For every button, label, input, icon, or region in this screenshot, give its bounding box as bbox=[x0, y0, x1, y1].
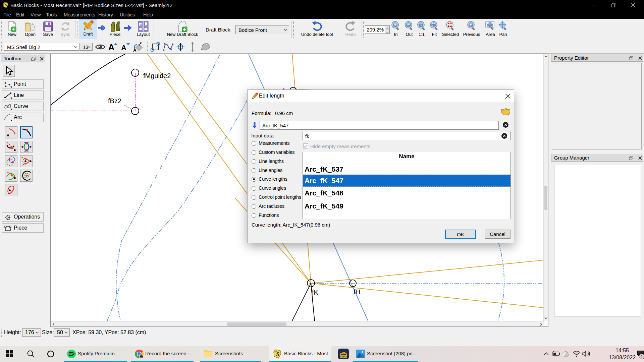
menu-utilities[interactable]: Utilities bbox=[120, 12, 135, 17]
toolbar-drag-handle[interactable] bbox=[1, 20, 2, 38]
radio-curve-lengths-selected[interactable] bbox=[252, 177, 256, 182]
dialog-titlebar[interactable]: Edit length bbox=[248, 90, 514, 102]
piece-mode-button[interactable]: Piece bbox=[106, 19, 124, 39]
draft-mode-button[interactable]: Draft bbox=[79, 19, 97, 39]
clear-formula-icon[interactable]: ✕ bbox=[503, 122, 508, 128]
start-button-icon[interactable] bbox=[6, 350, 13, 357]
zoom-pan-button[interactable]: Pan bbox=[497, 19, 509, 39]
redo-button[interactable]: Redo bbox=[341, 19, 360, 39]
menu-view[interactable]: View bbox=[31, 12, 41, 17]
clock-time[interactable]: 14:55 bbox=[611, 348, 633, 354]
minimize-button[interactable] bbox=[586, 0, 602, 10]
horizontal-scroll-thumb[interactable] bbox=[227, 322, 286, 326]
show-labels-eye-icon[interactable] bbox=[95, 43, 106, 51]
horizontal-scrollbar[interactable] bbox=[51, 321, 544, 326]
menu-history[interactable]: History bbox=[98, 12, 113, 17]
zoom-spin-down[interactable] bbox=[385, 30, 389, 34]
ok-button[interactable]: OK bbox=[445, 230, 476, 239]
menu-measurements[interactable]: Measurements bbox=[64, 12, 95, 17]
toolbox-category-line[interactable]: Line bbox=[2, 90, 44, 100]
close-panel-icon[interactable] bbox=[40, 57, 44, 61]
vertical-scroll-thumb[interactable] bbox=[544, 186, 547, 210]
scroll-left-arrow[interactable] bbox=[52, 322, 56, 327]
dialog-close-icon[interactable] bbox=[505, 93, 511, 99]
table-row-selected[interactable]: Arc_fK_547 bbox=[303, 175, 511, 187]
tool-arc-basic[interactable] bbox=[5, 126, 17, 138]
taskbar-item-seamlyme[interactable] bbox=[335, 346, 352, 362]
scroll-down-arrow[interactable] bbox=[544, 316, 548, 321]
save-button[interactable]: Save bbox=[40, 19, 56, 39]
wifi-icon[interactable] bbox=[573, 351, 580, 357]
snap-center-tool-icon[interactable] bbox=[175, 43, 185, 51]
scroll-right-arrow[interactable] bbox=[539, 322, 543, 327]
vertical-scrollbar[interactable] bbox=[543, 54, 548, 321]
curve-handles-tool-icon[interactable] bbox=[162, 42, 174, 52]
menu-edit[interactable]: Edit bbox=[16, 12, 24, 17]
toolbox-category-point[interactable]: Point bbox=[2, 79, 44, 89]
sync-button[interactable]: Sync bbox=[57, 19, 74, 39]
formula-input[interactable]: Arc_fK_547 bbox=[260, 121, 499, 130]
radio-arc-radiuses[interactable] bbox=[252, 204, 256, 209]
insert-variable-arrow-icon[interactable] bbox=[252, 122, 257, 129]
new-button[interactable]: New bbox=[4, 19, 20, 39]
radio-control-point-lengths[interactable] bbox=[252, 195, 256, 200]
tray-expand-chevron-icon[interactable] bbox=[543, 352, 549, 356]
draft-block-select[interactable]: Bodice Front bbox=[235, 25, 289, 34]
taskbar-item-spotify[interactable]: Spotify Premium bbox=[64, 346, 127, 362]
zoom-fit-button[interactable]: Fit bbox=[428, 19, 441, 39]
radio-line-angles[interactable] bbox=[252, 168, 256, 173]
tool-point-from-circle-tangent[interactable] bbox=[20, 155, 33, 167]
point-name-tool-icon[interactable]: A bbox=[132, 42, 144, 52]
cortana-icon[interactable] bbox=[47, 350, 54, 358]
toolbar-drag-handle[interactable] bbox=[158, 20, 160, 38]
taskbar-item-seamly2d-active[interactable]: S Basic Blocks - Most ... bbox=[269, 346, 331, 362]
onedrive-icon[interactable] bbox=[561, 351, 570, 357]
tool-intersect-circles[interactable] bbox=[5, 155, 17, 167]
taskbar-item-record-screen[interactable]: Record the screen -... bbox=[131, 346, 194, 362]
increase-label-font-icon[interactable]: A bbox=[108, 42, 118, 52]
font-size-select[interactable]: 13 bbox=[80, 43, 93, 51]
zoom-out-button[interactable]: Out bbox=[402, 19, 416, 39]
volume-icon[interactable] bbox=[582, 351, 590, 357]
open-button[interactable]: Open bbox=[22, 19, 39, 39]
height-select[interactable]: 176 bbox=[22, 328, 41, 337]
size-select[interactable]: 50 bbox=[54, 328, 70, 337]
taskbar-item-screenshot-208[interactable]: Screenshot (208).pn... bbox=[353, 346, 418, 362]
toolbox-category-curve[interactable]: Curve bbox=[2, 102, 44, 111]
zoom-spin-up[interactable] bbox=[385, 26, 389, 29]
tool-elliptical-arc[interactable] bbox=[5, 184, 17, 196]
scroll-up-arrow[interactable] bbox=[544, 55, 548, 60]
close-panel-icon[interactable] bbox=[638, 156, 642, 160]
zoom-1to1-button[interactable]: 1 1:1 bbox=[415, 19, 428, 39]
goto-formula-hand-icon[interactable] bbox=[501, 108, 510, 117]
menu-file[interactable]: File bbox=[3, 12, 11, 17]
font-select[interactable]: MS Shell Dlg 2 bbox=[4, 43, 79, 51]
zoom-area-button[interactable]: Area bbox=[483, 19, 498, 39]
search-icon[interactable] bbox=[27, 350, 35, 358]
radio-custom-variables[interactable] bbox=[252, 150, 256, 155]
restore-button[interactable] bbox=[606, 0, 621, 10]
toolbar-drag-handle[interactable] bbox=[147, 42, 148, 52]
table-row[interactable]: Arc_fK_549 bbox=[303, 200, 511, 212]
arrow-tool-button[interactable] bbox=[3, 65, 15, 77]
radio-measurements[interactable] bbox=[252, 141, 256, 146]
search-input[interactable]: fk bbox=[303, 132, 511, 140]
clear-search-icon[interactable]: ✕ bbox=[501, 133, 507, 139]
table-row[interactable]: Arc_fK_537 bbox=[303, 163, 511, 175]
decrease-label-font-icon[interactable]: A bbox=[120, 42, 130, 52]
new-draft-block-button[interactable]: New Draft Block bbox=[161, 19, 204, 39]
menu-tools[interactable]: Tools bbox=[46, 12, 57, 17]
zoom-selected-button[interactable]: Selected bbox=[441, 19, 460, 39]
radio-curve-angles[interactable] bbox=[252, 186, 256, 191]
cancel-button[interactable]: Cancel bbox=[485, 230, 511, 239]
clock-date[interactable]: 13/08/2022 bbox=[603, 355, 641, 361]
table-row[interactable]: Arc_fK_548 bbox=[303, 187, 511, 199]
battery-icon[interactable] bbox=[552, 351, 560, 356]
label-tag-tool-icon[interactable] bbox=[200, 43, 211, 51]
hide-empty-checkbox[interactable] bbox=[303, 143, 308, 148]
zoom-previous-button[interactable]: Previous bbox=[462, 19, 481, 39]
layout-mode-button[interactable]: Layout bbox=[133, 19, 153, 39]
tool-arc-intersect-axis[interactable] bbox=[5, 141, 17, 153]
tool-arc-with-length-selected[interactable] bbox=[20, 126, 33, 138]
float-panel-icon[interactable] bbox=[31, 57, 36, 61]
